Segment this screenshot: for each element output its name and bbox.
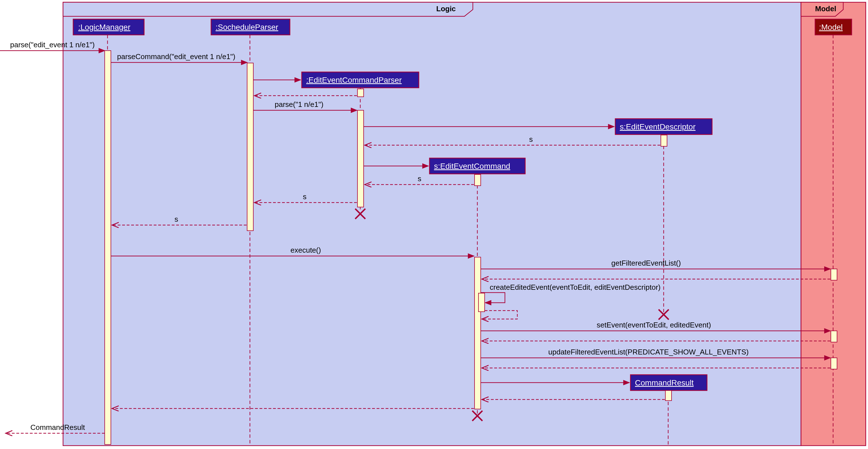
sochedule-parser-label: :SocheduleParser [216, 23, 278, 32]
model-activation-3 [831, 358, 837, 369]
msg-return-s-3-label: s [303, 192, 307, 201]
model-label: :Model [819, 23, 843, 32]
msg-set-event-label: setEvent(eventToEdit, editedEvent) [597, 321, 711, 329]
edit-event-command-activation-2 [474, 257, 481, 409]
msg-return-s-2-label: s [418, 174, 421, 183]
msg-parse-in-label: parse("edit_event 1 n/e1") [10, 40, 95, 49]
edit-event-command-parser-activation-1 [358, 89, 364, 97]
logic-frame-tab [63, 2, 473, 16]
model-activation-1 [831, 269, 837, 280]
msg-parse-command-label: parseCommand("edit_event 1 n/e1") [117, 52, 235, 61]
command-result-participant: CommandResult [630, 375, 707, 390]
edit-event-command-parser-activation-2 [358, 110, 364, 207]
sequence-diagram: Logic Model :LogicManager :SochedulePars… [0, 0, 868, 449]
model-activation-2 [831, 331, 837, 342]
edit-event-command-parser-participant: :EditEventCommandParser [302, 72, 419, 88]
logic-manager-participant: :LogicManager [73, 19, 144, 35]
msg-update-filtered-label: updateFilteredEventList(PREDICATE_SHOW_A… [548, 348, 749, 356]
sochedule-parser-activation [247, 63, 253, 231]
msg-return-s-1-label: s [529, 135, 533, 143]
msg-command-result-out-label: CommandResult [30, 423, 85, 431]
edit-event-descriptor-label: s:EditEventDescriptor [620, 122, 695, 131]
msg-parse-short-label: parse("1 n/e1") [275, 100, 323, 108]
edit-event-command-self-activation [478, 293, 485, 312]
model-participant: :Model [815, 19, 852, 35]
logic-manager-activation [105, 51, 111, 445]
edit-event-descriptor-participant: s:EditEventDescriptor [615, 119, 712, 134]
edit-event-command-participant: s:EditEventCommand [430, 158, 525, 174]
edit-event-command-parser-label: :EditEventCommandParser [306, 76, 402, 85]
edit-event-command-label: s:EditEventCommand [434, 162, 510, 170]
msg-execute-label: execute() [290, 246, 321, 254]
logic-frame-title: Logic [436, 4, 456, 13]
command-result-activation [665, 390, 672, 400]
msg-get-filtered-event-list-label: getFilteredEventList() [611, 259, 681, 267]
sochedule-parser-participant: :SocheduleParser [211, 19, 290, 35]
command-result-label: CommandResult [635, 378, 694, 387]
edit-event-command-activation-1 [474, 174, 481, 186]
edit-event-descriptor-activation [661, 135, 667, 146]
msg-create-edited-event-label: createEditedEvent(eventToEdit, editEvent… [490, 283, 660, 291]
model-frame-title: Model [815, 4, 836, 13]
logic-manager-label: :LogicManager [78, 23, 130, 32]
msg-return-s-4-label: s [175, 215, 178, 223]
